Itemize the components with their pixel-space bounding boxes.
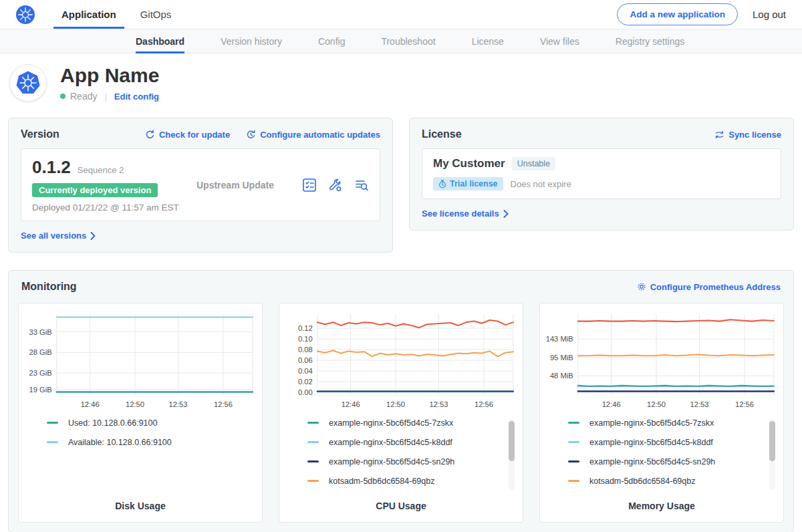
tab-license[interactable]: License: [472, 29, 504, 53]
tab-label: Troubleshoot: [381, 36, 435, 47]
tab-config[interactable]: Config: [318, 29, 345, 53]
file-diff-search-icon[interactable]: [354, 178, 369, 192]
legend-scrollbar[interactable]: [509, 419, 515, 490]
version-card-actions: Check for update Configure automatic upd…: [145, 130, 380, 140]
configure-prometheus-link[interactable]: Configure Prometheus Address: [637, 282, 781, 292]
svg-text:12:56: 12:56: [475, 400, 493, 408]
legend-series-label: kotsadm-5db6dc6584-69qbz: [589, 477, 695, 486]
license-card: License Sync license My Customer Unstabl…: [409, 118, 794, 231]
legend-item: kotsadm-5db6dc6584-69qbz: [568, 476, 778, 487]
sync-license-link[interactable]: Sync license: [714, 130, 781, 140]
configure-automatic-updates-label: Configure automatic updates: [260, 130, 380, 140]
legend-item: example-nginx-5bc6f5d4c5-k8ddf: [568, 437, 778, 448]
legend-color-dash: [307, 480, 319, 482]
legend-items: Used: 10.128.0.66:9100Available: 10.128.…: [47, 418, 257, 448]
configure-prometheus-label: Configure Prometheus Address: [650, 282, 781, 292]
legend-series-label: example-nginx-5bc6f5d4c5-sn29h: [589, 457, 715, 467]
legend-item: example-nginx-5bc6f5d4c5-sn29h: [568, 456, 778, 467]
app-icon: [9, 64, 47, 102]
license-card-header: License Sync license: [422, 128, 781, 140]
version-action-icons: [302, 178, 369, 192]
tab-view-files[interactable]: View files: [540, 29, 579, 53]
legend-color-dash: [568, 460, 579, 462]
legend-color-dash: [568, 441, 579, 443]
legend-item: kotsadm-5db6dc6584-69qbz: [307, 476, 517, 487]
tab-troubleshoot[interactable]: Troubleshoot: [381, 29, 435, 53]
see-license-details-label: See license details: [422, 209, 499, 219]
status-text: Ready: [70, 91, 97, 102]
tab-version-history[interactable]: Version history: [221, 29, 282, 53]
svg-text:12:46: 12:46: [602, 400, 621, 408]
app-status-row: Ready | Edit config: [60, 91, 159, 102]
svg-text:12:53: 12:53: [690, 400, 709, 408]
tab-label: Dashboard: [136, 36, 184, 47]
stopwatch-icon: [438, 180, 446, 188]
currently-deployed-badge: Currently deployed version: [32, 183, 158, 197]
legend-color-dash: [568, 422, 579, 424]
legend-color-dash: [307, 460, 319, 462]
configure-automatic-updates-link[interactable]: Configure automatic updates: [246, 130, 380, 140]
version-number: 0.1.2: [32, 157, 71, 178]
edit-config-link[interactable]: Edit config: [114, 92, 159, 102]
customer-name: My Customer: [433, 157, 505, 170]
svg-text:48 MiB: 48 MiB: [550, 372, 573, 380]
svg-text:19 GiB: 19 GiB: [29, 386, 52, 394]
logout-link[interactable]: Log out: [753, 9, 786, 20]
see-all-versions-label: See all versions: [21, 231, 86, 241]
check-for-update-link[interactable]: Check for update: [145, 130, 230, 140]
version-sequence: Sequence 2: [78, 165, 124, 175]
legend-item: example-nginx-5bc6f5d4c5-sn29h: [307, 456, 517, 467]
svg-text:12:56: 12:56: [735, 400, 754, 408]
svg-text:143 MiB: 143 MiB: [546, 335, 573, 343]
kubernetes-logo[interactable]: [16, 5, 35, 24]
app-header-text: App Name Ready | Edit config: [60, 64, 159, 102]
tab-label: View files: [540, 36, 579, 47]
svg-text:33 GiB: 33 GiB: [29, 328, 52, 336]
legend-item: example-nginx-5bc6f5d4c5-7zskx: [568, 418, 778, 428]
top-tab-gitops[interactable]: GitOps: [132, 0, 180, 29]
config-wrench-gear-icon[interactable]: [328, 178, 343, 192]
trial-license-label: Trial license: [450, 179, 498, 188]
kubernetes-helm-icon: [16, 5, 35, 24]
see-all-versions-link[interactable]: See all versions: [21, 231, 96, 241]
legend-scrollbar-thumb[interactable]: [509, 421, 515, 461]
memory-usage-chart: 48 MiB95 MiB143 MiB12:4612:5012:5312:56: [545, 309, 778, 412]
status-divider: |: [104, 92, 106, 102]
svg-text:12:56: 12:56: [214, 400, 233, 408]
clock-refresh-icon: [246, 130, 256, 140]
tab-label: Config: [318, 36, 345, 47]
see-license-details-link[interactable]: See license details: [422, 209, 509, 219]
legend-series-label: example-nginx-5bc6f5d4c5-7zskx: [589, 418, 714, 428]
top-tab-label: Application: [61, 9, 116, 20]
top-tabs: Application GitOps: [49, 0, 183, 29]
svg-text:12:50: 12:50: [647, 400, 666, 408]
add-application-button[interactable]: Add a new application: [617, 3, 738, 25]
legend-scrollbar-thumb[interactable]: [769, 421, 775, 461]
legend-series-label: Available: 10.128.0.66:9100: [68, 438, 172, 447]
deployed-timestamp: Deployed 01/21/22 @ 11:57 am EST: [32, 203, 180, 213]
memory-usage-legend: example-nginx-5bc6f5d4c5-7zskxexample-ng…: [545, 418, 778, 493]
preflight-checklist-icon[interactable]: [302, 178, 317, 192]
disk-usage-chart: 19 GiB23 GiB28 GiB33 GiB12:4612:5012:531…: [24, 309, 257, 412]
check-for-update-label: Check for update: [159, 130, 230, 140]
tab-registry-settings[interactable]: Registry settings: [616, 29, 684, 53]
svg-text:0.00: 0.00: [298, 388, 313, 396]
cpu-usage-chart: 0.000.020.040.060.080.100.1212:4612:5012…: [285, 309, 517, 412]
legend-color-dash: [307, 441, 319, 443]
svg-text:12:53: 12:53: [169, 400, 188, 408]
charts-row: 19 GiB23 GiB28 GiB33 GiB12:4612:5012:531…: [18, 303, 784, 523]
svg-text:0.12: 0.12: [298, 324, 313, 332]
chevron-right-icon: [90, 232, 96, 240]
legend-scrollbar[interactable]: [769, 419, 775, 490]
channel-badge: Unstable: [512, 157, 555, 170]
legend-color-dash: [47, 422, 58, 424]
top-tab-application[interactable]: Application: [53, 0, 124, 29]
legend-items: example-nginx-5bc6f5d4c5-7zskxexample-ng…: [568, 418, 778, 487]
legend-series-label: example-nginx-5bc6f5d4c5-sn29h: [329, 457, 454, 467]
tab-dashboard[interactable]: Dashboard: [136, 29, 184, 53]
top-nav-spacer: [183, 0, 617, 29]
svg-text:0.08: 0.08: [298, 346, 313, 354]
cpu-usage-chart-card: 0.000.020.040.060.080.100.1212:4612:5012…: [279, 303, 523, 523]
refresh-icon: [145, 130, 155, 140]
tab-label: Registry settings: [616, 36, 684, 47]
